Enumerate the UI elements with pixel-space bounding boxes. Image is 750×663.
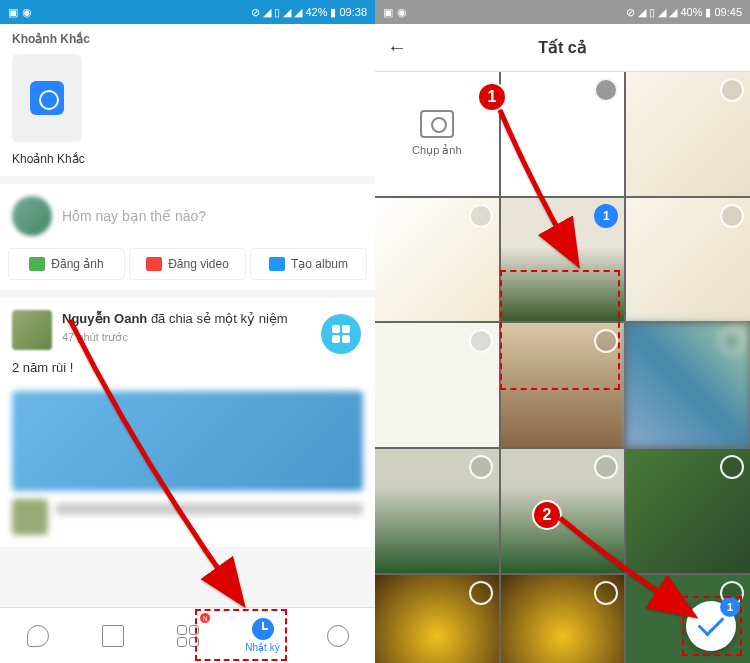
clock-text: 09:38 [339, 6, 367, 18]
avatar [12, 310, 52, 350]
create-album-button[interactable]: Tạo album [250, 248, 367, 280]
select-circle[interactable] [469, 329, 493, 353]
signal-icon: ◢ [658, 6, 666, 19]
select-circle[interactable] [720, 455, 744, 479]
picker-header: ← Tất cả [375, 24, 750, 72]
picker-title[interactable]: Tất cả [387, 38, 738, 57]
rotate-icon: ◉ [397, 6, 407, 19]
status-bar: ▣ ◉ ⊘ ◢ ▯ ◢ ◢ 40% ▮ 09:45 [375, 0, 750, 24]
quick-apps-button[interactable] [321, 314, 361, 354]
compose-row[interactable]: Hôm nay bạn thế nào? [0, 184, 375, 248]
gallery-item-selected[interactable]: 1 [501, 198, 625, 322]
select-circle[interactable] [594, 455, 618, 479]
step-badge-1: 1 [477, 82, 507, 112]
feed-author: Nguyễn Oanh [62, 311, 147, 326]
battery-icon: ▮ [705, 6, 711, 19]
blurred-text [56, 503, 363, 515]
gallery-item[interactable] [375, 323, 499, 447]
camera-icon [420, 110, 454, 138]
gallery-grid: Chụp ảnh 1 [375, 72, 750, 663]
camera-icon [30, 81, 64, 115]
video-icon [146, 257, 162, 271]
gallery-item[interactable] [501, 323, 625, 447]
mute-icon: ⊘ [251, 6, 260, 19]
feed-attachment[interactable] [12, 391, 363, 491]
gallery-item[interactable] [375, 198, 499, 322]
select-circle[interactable] [720, 204, 744, 228]
compose-placeholder: Hôm nay bạn thế nào? [62, 208, 206, 224]
contact-icon [102, 625, 124, 647]
signal-icon: ◢ [283, 6, 291, 19]
post-photo-label: Đăng ảnh [51, 257, 103, 271]
mute-icon: ⊘ [626, 6, 635, 19]
clock-icon [252, 618, 274, 640]
select-badge[interactable]: 1 [594, 204, 618, 228]
wifi-icon: ◢ [638, 6, 646, 19]
gallery-item[interactable] [626, 323, 750, 447]
clock-text: 09:45 [714, 6, 742, 18]
select-circle[interactable] [594, 78, 618, 102]
signal-icon: ◢ [669, 6, 677, 19]
select-circle[interactable] [720, 78, 744, 102]
nav-badge: N [199, 612, 211, 624]
gallery-item[interactable] [501, 72, 625, 196]
feed-action: đã chia sẻ một kỷ niệm [147, 311, 287, 326]
confirm-button[interactable]: 1 [686, 601, 736, 651]
gallery-item[interactable] [626, 72, 750, 196]
select-circle[interactable] [469, 455, 493, 479]
grid-icon [332, 325, 350, 343]
create-album-label: Tạo album [291, 257, 348, 271]
rotate-icon: ◉ [22, 6, 32, 19]
select-circle[interactable] [469, 204, 493, 228]
capture-label: Chụp ảnh [412, 144, 461, 157]
nav-timeline-label: Nhật ký [245, 642, 279, 653]
battery-icon: ▮ [330, 6, 336, 19]
story-caption: Khoảnh Khắc [0, 152, 375, 176]
stories-label: Khoảnh Khắc [0, 24, 375, 50]
select-circle[interactable] [469, 581, 493, 605]
sim-icon: ▯ [274, 6, 280, 19]
battery-text: 40% [680, 6, 702, 18]
post-video-button[interactable]: Đăng video [129, 248, 246, 280]
gallery-item[interactable] [626, 198, 750, 322]
nav-discover[interactable]: N [150, 608, 225, 663]
create-story-card[interactable] [12, 54, 82, 142]
screenshot-icon: ▣ [8, 6, 18, 19]
battery-text: 42% [305, 6, 327, 18]
nav-profile[interactable] [300, 608, 375, 663]
feed-text: 2 năm rùi ! [12, 350, 363, 385]
album-icon [269, 257, 285, 271]
screenshot-icon: ▣ [383, 6, 393, 19]
user-icon [327, 625, 349, 647]
avatar [12, 499, 48, 535]
status-bar: ▣ ◉ ⊘ ◢ ▯ ◢ ◢ 42% ▮ 09:38 [0, 0, 375, 24]
gallery-item[interactable] [375, 449, 499, 573]
confirm-count-badge: 1 [720, 597, 740, 617]
sim-icon: ▯ [649, 6, 655, 19]
nav-contacts[interactable] [75, 608, 150, 663]
feed-item[interactable]: Nguyễn Oanh đã chia sẻ một kỷ niệm 47 ph… [0, 298, 375, 547]
step-badge-2: 2 [532, 500, 562, 530]
image-icon [29, 257, 45, 271]
nav-messages[interactable] [0, 608, 75, 663]
select-circle[interactable] [594, 329, 618, 353]
feed-timestamp: 47 phút trước [62, 330, 363, 345]
gallery-item[interactable] [626, 449, 750, 573]
avatar [12, 196, 52, 236]
gallery-item[interactable] [501, 449, 625, 573]
post-video-label: Đăng video [168, 257, 229, 271]
post-photo-button[interactable]: Đăng ảnh [8, 248, 125, 280]
wifi-icon: ◢ [263, 6, 271, 19]
select-circle[interactable] [720, 329, 744, 353]
chat-icon [27, 625, 49, 647]
gallery-item[interactable] [375, 575, 499, 663]
select-circle[interactable] [594, 581, 618, 605]
bottom-nav: N Nhật ký [0, 607, 375, 663]
gallery-item[interactable] [501, 575, 625, 663]
apps-icon [177, 625, 199, 647]
signal-icon: ◢ [294, 6, 302, 19]
check-icon [698, 610, 725, 637]
nav-timeline[interactable]: Nhật ký [225, 608, 300, 663]
